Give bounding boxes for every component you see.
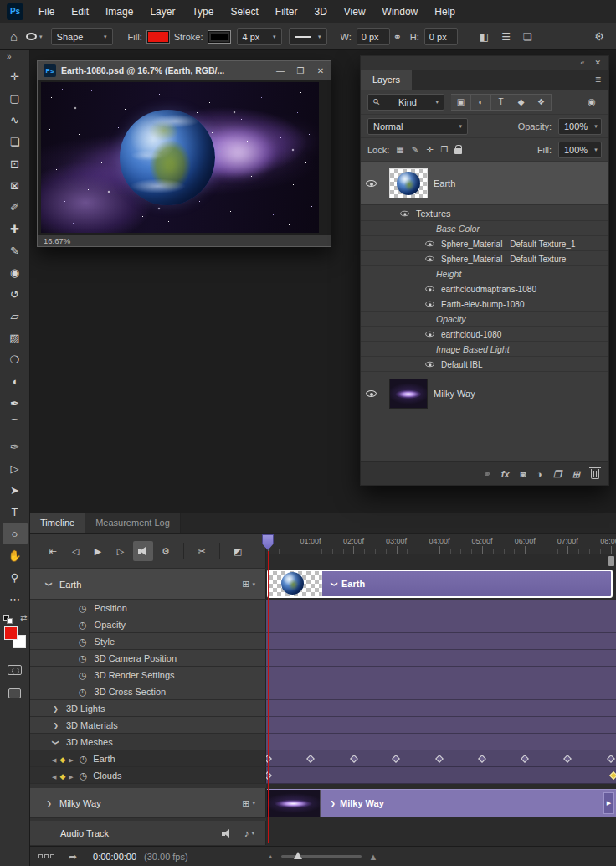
menu-item[interactable]: Type xyxy=(183,0,222,23)
gradient-tool[interactable]: ▨ xyxy=(3,327,28,348)
close-window-icon[interactable]: ✕ xyxy=(311,66,331,75)
zoom-tool[interactable]: ⚲ xyxy=(3,566,28,588)
stopwatch-icon[interactable] xyxy=(80,754,88,765)
visibility-toggle[interactable] xyxy=(424,240,435,247)
chevron-icon[interactable] xyxy=(52,739,59,746)
layer-row[interactable]: Opacity xyxy=(361,312,608,327)
collapse-panels-icon[interactable]: « xyxy=(580,59,584,67)
path-selection-tool[interactable]: ➤ xyxy=(3,479,28,501)
audio-track-area[interactable] xyxy=(266,821,616,846)
zoom-out-icon[interactable]: ▲ xyxy=(268,853,274,859)
stopwatch-icon[interactable] xyxy=(79,620,87,631)
type-tool[interactable]: T xyxy=(3,501,28,523)
tool-mode-dropdown[interactable]: Shape ▾ xyxy=(51,28,113,45)
chevron-down-icon[interactable] xyxy=(331,580,338,588)
filter-adjustment-layers-icon[interactable]: ◐ xyxy=(471,94,491,111)
chevron-icon[interactable] xyxy=(52,722,59,729)
filter-shape-layers-icon[interactable]: ◆ xyxy=(511,94,531,111)
zoom-slider-thumb[interactable] xyxy=(294,852,302,859)
next-keyframe-icon[interactable] xyxy=(69,771,73,781)
stopwatch-icon[interactable] xyxy=(80,771,88,781)
group-track-area[interactable] xyxy=(266,717,616,734)
previous-frame-button[interactable]: ◁ xyxy=(65,541,85,561)
visibility-toggle[interactable] xyxy=(424,361,435,368)
convert-frames-icon[interactable] xyxy=(38,854,54,858)
eraser-tool[interactable]: ▱ xyxy=(3,305,28,327)
hand-tool[interactable]: ✋ xyxy=(3,544,28,566)
path-alignment-icon[interactable]: ☰ xyxy=(501,31,511,43)
layer-row[interactable]: Earth-elev-bump-1080 xyxy=(361,296,608,312)
layer-thumbnail[interactable] xyxy=(390,169,427,198)
property-track-area[interactable] xyxy=(266,633,616,650)
keyframe-diamond[interactable] xyxy=(478,755,486,763)
property-track-area[interactable] xyxy=(266,667,616,683)
property-track-area[interactable] xyxy=(266,600,616,616)
timeline-settings-button[interactable]: ⚙ xyxy=(156,541,176,561)
swap-colors-icon[interactable]: ⇄ xyxy=(20,613,27,622)
stroke-color-swatch[interactable] xyxy=(208,31,230,43)
document-title-bar[interactable]: Ps Earth-1080.psd @ 16.7% (Earth, RGB/..… xyxy=(38,61,331,80)
default-colors-icon[interactable] xyxy=(3,615,13,624)
mute-audio-button[interactable] xyxy=(133,541,153,561)
home-icon[interactable]: ⌂ xyxy=(10,29,18,44)
move-tool[interactable]: ✛ xyxy=(3,65,28,87)
milkyway-video-clip[interactable]: Milky Way ▶ xyxy=(267,789,616,817)
menu-item[interactable]: Help xyxy=(426,0,464,23)
zoom-level[interactable]: 16.67% xyxy=(44,236,70,245)
blur-tool[interactable]: ❍ xyxy=(3,348,28,370)
eyedropper-tool[interactable]: ✐ xyxy=(3,196,28,218)
time-ruler[interactable]: 01:00f02:00f03:00f04:00f05:00f06:00f07:0… xyxy=(266,534,616,554)
visibility-toggle[interactable] xyxy=(424,331,435,338)
delete-layer-icon[interactable] xyxy=(591,469,599,479)
layer-row[interactable]: Image Based Light xyxy=(361,342,608,357)
timeline-tab[interactable]: Measurement Log xyxy=(85,513,181,533)
chevron-right-icon[interactable] xyxy=(329,800,336,807)
link-dimensions-icon[interactable]: ⚭ xyxy=(393,31,402,43)
keyframe-diamond[interactable] xyxy=(350,755,358,763)
menu-item[interactable]: Select xyxy=(222,0,266,23)
healing-brush-tool[interactable]: ✚ xyxy=(3,218,28,240)
panel-menu-icon[interactable]: ≡ xyxy=(595,70,608,90)
layer-row[interactable]: Textures xyxy=(361,205,608,221)
filter-type-layers-icon[interactable]: T xyxy=(491,94,511,111)
render-options-icon[interactable]: ⊞ ▾ xyxy=(242,579,255,590)
visibility-toggle[interactable] xyxy=(424,286,435,292)
audio-options-icon[interactable]: ♪ ▾ xyxy=(244,828,254,838)
pen-tool[interactable]: ✒ xyxy=(3,392,28,414)
new-layer-icon[interactable]: ⊞ xyxy=(572,468,580,480)
layer-row[interactable]: Sphere_Material - Default Texture xyxy=(361,251,608,266)
divider[interactable] xyxy=(219,543,220,559)
visibility-toggle[interactable] xyxy=(424,255,435,262)
layer-thumbnail[interactable] xyxy=(390,379,427,408)
speaker-icon[interactable] xyxy=(222,829,233,838)
opacity-dropdown[interactable]: 100% ▾ xyxy=(558,118,602,135)
menu-item[interactable]: Image xyxy=(97,0,141,23)
expand-toolbar-icon[interactable]: » xyxy=(0,50,12,64)
layer-row[interactable]: earthcloud-1080 xyxy=(361,327,608,342)
timeline-zoom-slider[interactable] xyxy=(281,855,362,858)
layer-row[interactable]: Sphere_Material - Default Texture_1 xyxy=(361,236,608,251)
keyframe-diamond[interactable] xyxy=(607,755,615,763)
render-options-icon[interactable]: ⊞ ▾ xyxy=(242,798,255,809)
link-layers-icon[interactable]: ⚭ xyxy=(483,468,490,480)
keyframe-diamond[interactable] xyxy=(393,755,401,763)
menu-item[interactable]: Window xyxy=(374,0,427,23)
clip-end-handle[interactable]: ▶ xyxy=(603,792,614,814)
menu-item[interactable]: Edit xyxy=(63,0,97,23)
keyframe-diamond[interactable] xyxy=(609,771,616,780)
screen-mode-icon[interactable] xyxy=(8,688,21,698)
filter-pixel-layers-icon[interactable]: ▣ xyxy=(451,94,471,111)
property-track-area[interactable] xyxy=(266,650,616,667)
split-at-playhead-button[interactable]: ✂ xyxy=(192,541,212,561)
shape-width-input[interactable]: 0 px xyxy=(357,28,390,45)
group-track-area[interactable] xyxy=(266,734,616,750)
new-group-icon[interactable]: ❒ xyxy=(553,468,562,480)
fill-dropdown[interactable]: 100% ▾ xyxy=(558,142,602,158)
next-keyframe-icon[interactable] xyxy=(69,754,73,764)
freeform-pen-tool[interactable]: ✑ xyxy=(3,436,28,457)
history-brush-tool[interactable]: ↺ xyxy=(3,283,28,305)
menu-item[interactable]: View xyxy=(336,0,374,23)
earth-track-header[interactable]: Earth ⊞ ▾ xyxy=(30,569,266,600)
path-operations-icon[interactable]: ◧ xyxy=(480,31,489,43)
milkyway-track-header[interactable]: Milky Way ⊞ ▾ xyxy=(30,788,266,818)
